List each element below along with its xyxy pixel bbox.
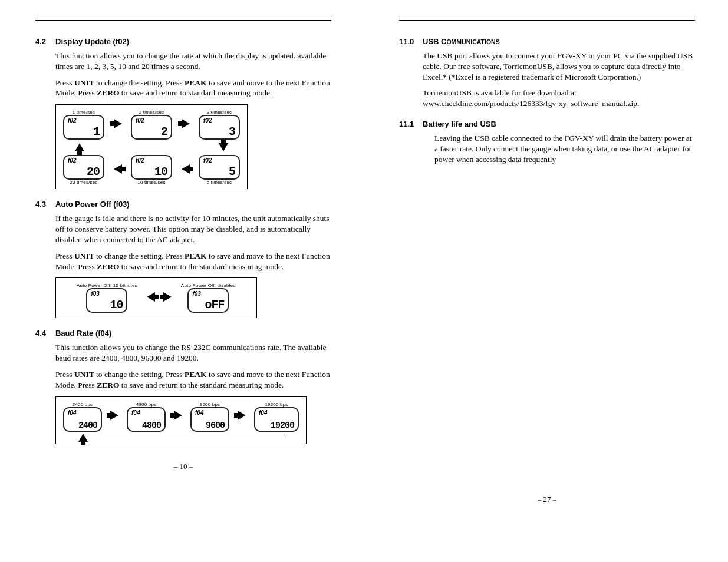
- heading-number: 11.0: [399, 37, 423, 46]
- lcd-cell: 2 times/sec f022: [131, 110, 172, 140]
- lcd-cell: 2400 bps f042400: [63, 402, 102, 432]
- heading-4-3: 4.3 Auto Power Off (f03): [35, 200, 331, 209]
- heading-title: Baud Rate (f04): [55, 329, 111, 338]
- paragraph: This function allows you to change the r…: [55, 51, 331, 72]
- lcd-cell: f025 5 times/sec: [199, 155, 240, 185]
- paragraph: If the gauge is idle and there is no act…: [55, 213, 331, 244]
- paragraph: Press UNIT to change the setting. Press …: [55, 78, 331, 99]
- paragraph: The USB port allows you to connect your …: [423, 51, 695, 82]
- page-rule: [399, 18, 695, 21]
- page-left: 4.2 Display Update (f02) This function a…: [0, 0, 364, 516]
- heading-4-2: 4.2 Display Update (f02): [35, 37, 331, 46]
- diagram-f04: 2400 bps f042400 4800 bps f044800 9600 b…: [55, 396, 307, 444]
- lcd-cell: 3 times/sec f023: [199, 110, 240, 140]
- arrow-left-icon: [147, 292, 155, 302]
- heading-title: Display Update (f02): [55, 37, 129, 46]
- lcd-cell: f0220 20 times/sec: [63, 155, 104, 185]
- lcd-cell: 19200 bps f0419200: [254, 402, 299, 432]
- arrow-right-icon: [174, 411, 182, 420]
- heading-title: Auto Power Off (f03): [55, 200, 130, 209]
- heading-number: 4.3: [35, 200, 55, 209]
- heading-title: USB COMMUNICATIONS: [423, 37, 500, 46]
- heading-11-0: 11.0 USB COMMUNICATIONS: [399, 37, 695, 46]
- heading-4-4: 4.4 Baud Rate (f04): [35, 329, 331, 338]
- diagram-f02: 1 time/sec f021 2 times/sec f022 3 times…: [55, 104, 248, 189]
- arrow-up-icon: [75, 143, 84, 151]
- section-11-0-body: The USB port allows you to connect your …: [423, 51, 695, 109]
- page-rule: [35, 18, 331, 21]
- connector-line: [85, 434, 285, 435]
- heading-number: 11.1: [399, 120, 423, 128]
- section-4-2-body: This function allows you to change the r…: [55, 51, 331, 98]
- arrow-right-icon: [182, 119, 190, 128]
- heading-title: Battery life and USB: [423, 120, 496, 128]
- paragraph: TorriemonUSB is available for free downl…: [423, 88, 695, 109]
- page-number: – 27 –: [399, 495, 695, 504]
- paragraph: Press UNIT to change the setting. Press …: [55, 369, 331, 391]
- paragraph: Leaving the USB cable connected to the F…: [434, 133, 695, 164]
- section-4-4-body: This function allows you to change the R…: [55, 342, 331, 390]
- paragraph: Press UNIT to change the setting. Press …: [55, 251, 331, 272]
- lcd-cell: 9600 bps f049600: [190, 402, 229, 432]
- arrow-left-icon: [114, 164, 122, 174]
- lcd-cell: f0210 10 times/sec: [131, 155, 172, 185]
- arrow-right-icon: [238, 411, 246, 420]
- heading-11-1: 11.1 Battery life and USB: [399, 120, 695, 128]
- page-number: – 10 –: [35, 462, 331, 471]
- lcd-cell: 1 time/sec f021: [63, 110, 104, 140]
- heading-number: 4.2: [35, 37, 55, 46]
- heading-number: 4.4: [35, 329, 55, 338]
- paragraph: This function allows you to change the R…: [55, 342, 331, 363]
- lcd-cell: 4800 bps f044800: [127, 402, 166, 432]
- lcd-cell: Auto Power Off: 10 Minutes f0310: [77, 283, 137, 313]
- lcd-cell: Auto Power Off: disabled f03oFF: [181, 283, 236, 313]
- section-4-3-body: If the gauge is idle and there is no act…: [55, 213, 331, 272]
- arrow-right-icon: [114, 119, 122, 128]
- arrow-down-icon: [219, 143, 228, 151]
- diagram-f03: Auto Power Off: 10 Minutes f0310 Auto Po…: [55, 277, 257, 318]
- arrow-left-icon: [182, 164, 190, 174]
- section-11-1-body: Leaving the USB cable connected to the F…: [434, 133, 695, 164]
- page-right: 11.0 USB COMMUNICATIONS The USB port all…: [364, 0, 727, 516]
- arrow-right-icon: [163, 292, 172, 302]
- arrow-right-icon: [110, 411, 118, 420]
